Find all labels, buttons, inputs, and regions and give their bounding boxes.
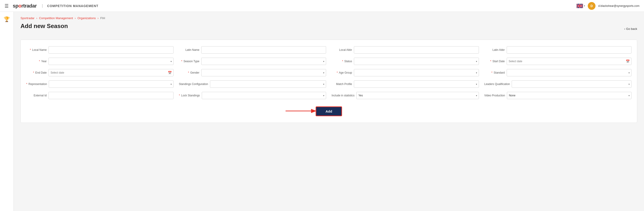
go-back-button[interactable]: ‹ Go back — [624, 27, 637, 31]
video-production-label: Video Production — [484, 94, 505, 97]
gender-select[interactable] — [201, 69, 326, 76]
video-production-select-wrapper: None ▾ — [507, 92, 632, 99]
language-selector[interactable]: ▾ — [576, 4, 585, 8]
status-label: * Status — [332, 60, 352, 63]
local-name-field: * Local Name — [26, 46, 174, 54]
breadcrumb: Sportradar › Competition Management › Or… — [20, 17, 637, 20]
match-profile-select[interactable] — [354, 80, 479, 88]
status-select-wrapper: ▾ — [354, 58, 479, 65]
lock-standings-select[interactable] — [202, 92, 326, 99]
standings-config-field: Standings Configuration ▾ — [179, 80, 326, 88]
uk-flag-icon — [576, 4, 583, 8]
end-date-field: * End Date 📅 — [26, 69, 174, 76]
external-id-input[interactable] — [48, 92, 174, 99]
form-container: * Local Name Latin Name Local Abbr Latin… — [20, 40, 637, 123]
breadcrumb-fih: FIH — [100, 17, 105, 20]
representation-select-wrapper: ▾ — [49, 80, 173, 88]
start-date-wrapper: 📅 — [507, 58, 632, 65]
leaders-qualification-select[interactable] — [512, 80, 632, 88]
latin-abbr-input[interactable] — [507, 46, 632, 54]
year-select[interactable] — [48, 58, 174, 65]
local-name-input[interactable] — [48, 46, 174, 54]
breadcrumb-sep-3: › — [98, 17, 98, 20]
match-profile-label: Match Profile — [332, 83, 352, 86]
add-button[interactable]: Add — [316, 106, 342, 116]
trophy-icon[interactable]: 🏆 — [4, 17, 10, 22]
end-date-wrapper: 📅 — [48, 69, 174, 76]
latin-name-field: Latin Name — [179, 46, 326, 54]
local-abbr-input[interactable] — [354, 46, 479, 54]
age-group-label: * Age Group — [332, 71, 352, 74]
gender-select-wrapper: ▾ — [201, 69, 326, 76]
season-type-field: * Season Type ▾ — [179, 58, 326, 65]
standard-select-wrapper: ▾ — [507, 69, 632, 76]
local-abbr-label: Local Abbr — [332, 48, 352, 52]
standard-select[interactable] — [507, 69, 632, 76]
lock-standings-select-wrapper: ▾ — [202, 92, 326, 99]
main-content: Sportradar › Competition Management › Or… — [14, 12, 644, 211]
representation-label: * Representation — [26, 83, 47, 86]
latin-abbr-field: Latin Abbr — [484, 46, 632, 54]
include-in-statistics-label: Include in statistics — [332, 94, 354, 97]
standard-label: * Standard — [484, 71, 505, 74]
leaders-qualification-select-wrapper: ▾ — [512, 80, 632, 88]
breadcrumb-sep-1: › — [36, 17, 37, 20]
lock-standings-field: * Lock Standings ▾ — [179, 92, 326, 99]
app-title: COMPETITION MANAGEMENT — [42, 4, 98, 8]
latin-name-label: Latin Name — [179, 48, 200, 52]
season-type-select[interactable] — [201, 58, 326, 65]
representation-select[interactable] — [49, 80, 173, 88]
local-name-label: * Local Name — [26, 48, 47, 52]
year-field: * Year ▾ — [26, 58, 174, 65]
language-chevron-icon: ▾ — [584, 5, 585, 7]
chevron-left-icon: ‹ — [624, 27, 625, 31]
external-id-field: External Id — [26, 92, 174, 99]
page-title: Add new Season — [20, 23, 68, 30]
latin-name-input[interactable] — [201, 46, 326, 54]
end-date-label: * End Date — [26, 71, 47, 74]
start-date-field: * Start Date 📅 — [484, 58, 632, 65]
latin-abbr-label: Latin Abbr — [484, 48, 505, 52]
video-production-select[interactable]: None — [507, 92, 632, 99]
season-type-label: * Season Type — [179, 60, 200, 63]
status-field: * Status ▾ — [332, 58, 479, 65]
standings-config-label: Standings Configuration — [179, 83, 208, 86]
leaders-qualification-field: Leaders Qualification ▾ — [484, 80, 632, 88]
include-in-statistics-select-wrapper: Yes No ▾ — [356, 92, 479, 99]
include-in-statistics-select[interactable]: Yes No — [356, 92, 479, 99]
year-label: * Year — [26, 60, 47, 63]
external-id-label: External Id — [26, 94, 47, 97]
arrow-annotation — [283, 104, 320, 118]
year-select-wrapper: ▾ — [48, 58, 174, 65]
end-date-input[interactable] — [48, 69, 174, 76]
leaders-qualification-label: Leaders Qualification — [484, 83, 510, 86]
standard-field: * Standard ▾ — [484, 69, 632, 76]
representation-field: * Representation ▾ — [26, 80, 174, 88]
standings-config-select[interactable] — [210, 80, 326, 88]
age-group-field: * Age Group ▾ — [332, 69, 479, 76]
video-production-field: Video Production None ▾ — [484, 92, 632, 99]
breadcrumb-organizations[interactable]: Organizations — [78, 17, 96, 20]
include-in-statistics-field: Include in statistics Yes No ▾ — [332, 92, 479, 99]
avatar: D — [588, 2, 596, 10]
gender-label: * Gender — [179, 71, 200, 74]
start-date-input[interactable] — [507, 58, 632, 65]
season-type-select-wrapper: ▾ — [201, 58, 326, 65]
age-group-select-wrapper: ▾ — [354, 69, 479, 76]
match-profile-field: Match Profile ▾ — [332, 80, 479, 88]
form-grid: * Local Name Latin Name Local Abbr Latin… — [26, 46, 632, 99]
gender-field: * Gender ▾ — [179, 69, 326, 76]
breadcrumb-competition-management[interactable]: Competition Management — [39, 17, 73, 20]
user-email: d.blackshear@synergysports.com — [598, 4, 640, 8]
logo: sportradar — [13, 3, 37, 9]
breadcrumb-sportradar[interactable]: Sportradar — [20, 17, 34, 20]
age-group-select[interactable] — [354, 69, 479, 76]
status-select[interactable] — [354, 58, 479, 65]
header: ☰ sportradar COMPETITION MANAGEMENT ▾ D … — [0, 0, 644, 12]
match-profile-select-wrapper: ▾ — [354, 80, 479, 88]
menu-icon[interactable]: ☰ — [4, 3, 9, 9]
breadcrumb-sep-2: › — [75, 17, 76, 20]
layout: 🏆 Sportradar › Competition Management › … — [0, 12, 644, 211]
button-row: Add — [26, 106, 632, 116]
start-date-label: * Start Date — [484, 60, 505, 63]
